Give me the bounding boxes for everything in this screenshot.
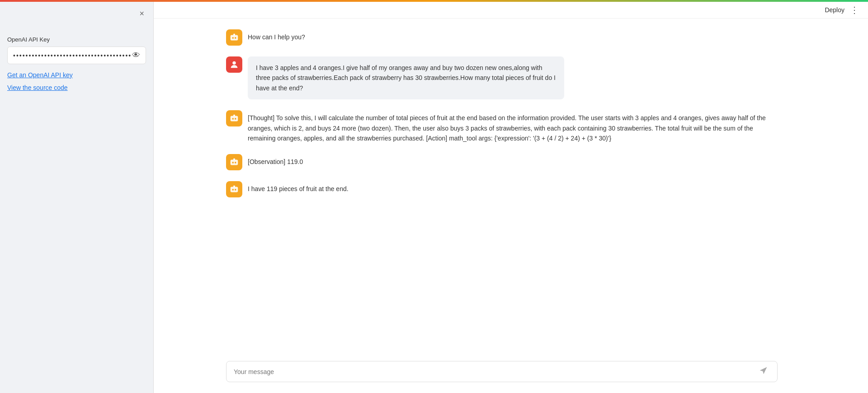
view-source-link[interactable]: View the source code xyxy=(7,84,146,91)
chat-area: How can I help you? I have 3 apples and … xyxy=(154,19,868,354)
svg-rect-6 xyxy=(231,116,238,122)
toggle-visibility-icon[interactable]: 👁 xyxy=(132,51,140,60)
svg-point-2 xyxy=(235,37,236,39)
top-bar: Deploy ⋮ xyxy=(154,2,868,19)
svg-rect-0 xyxy=(231,35,238,41)
svg-point-11 xyxy=(232,162,234,164)
svg-rect-10 xyxy=(231,160,238,165)
message-row: [Observation] 119.0 xyxy=(226,154,778,170)
svg-point-15 xyxy=(232,189,234,191)
user-avatar xyxy=(226,56,242,73)
bot-avatar xyxy=(226,29,242,46)
input-area xyxy=(154,354,868,393)
bot-avatar xyxy=(226,181,242,197)
input-container xyxy=(226,361,778,382)
svg-point-12 xyxy=(235,162,236,164)
message-row: I have 3 apples and 4 oranges.I give hal… xyxy=(226,56,778,99)
svg-point-7 xyxy=(232,118,234,120)
send-button[interactable] xyxy=(757,366,770,377)
message-row: [Thought] To solve this, I will calculat… xyxy=(226,110,778,143)
get-api-key-link[interactable]: Get an OpenAI API key xyxy=(7,71,146,79)
svg-rect-13 xyxy=(233,159,235,160)
app-container: × OpenAI API Key •••••••••••••••••••••••… xyxy=(0,2,868,393)
more-options-button[interactable]: ⋮ xyxy=(850,5,859,14)
api-key-label: OpenAI API Key xyxy=(7,36,146,43)
svg-point-16 xyxy=(235,189,236,191)
message-input[interactable] xyxy=(234,368,757,375)
user-message-bubble: I have 3 apples and 4 oranges.I give hal… xyxy=(248,56,564,99)
svg-point-8 xyxy=(235,118,236,120)
observation-text: [Observation] 119.0 xyxy=(248,154,303,167)
bot-avatar xyxy=(226,154,242,170)
message-row: How can I help you? xyxy=(226,29,778,46)
bot-message-text: How can I help you? xyxy=(248,29,305,42)
api-key-value: ••••••••••••••••••••••••••••••••••••••••… xyxy=(13,52,132,59)
svg-rect-14 xyxy=(231,187,238,192)
svg-point-1 xyxy=(232,37,234,39)
sidebar: × OpenAI API Key •••••••••••••••••••••••… xyxy=(0,2,154,393)
bot-thought-text: [Thought] To solve this, I will calculat… xyxy=(248,110,778,143)
deploy-button[interactable]: Deploy xyxy=(825,6,844,14)
final-answer-text: I have 119 pieces of fruit at the end. xyxy=(248,181,349,194)
message-row: I have 119 pieces of fruit at the end. xyxy=(226,181,778,197)
user-message-text: I have 3 apples and 4 oranges.I give hal… xyxy=(256,61,556,92)
api-key-field: ••••••••••••••••••••••••••••••••••••••••… xyxy=(7,47,146,64)
svg-rect-9 xyxy=(233,115,235,117)
bot-avatar xyxy=(226,110,242,126)
svg-point-5 xyxy=(232,61,236,65)
main-panel: Deploy ⋮ How can I help you? xyxy=(154,2,868,393)
close-button[interactable]: × xyxy=(137,7,146,20)
svg-rect-17 xyxy=(233,186,235,187)
